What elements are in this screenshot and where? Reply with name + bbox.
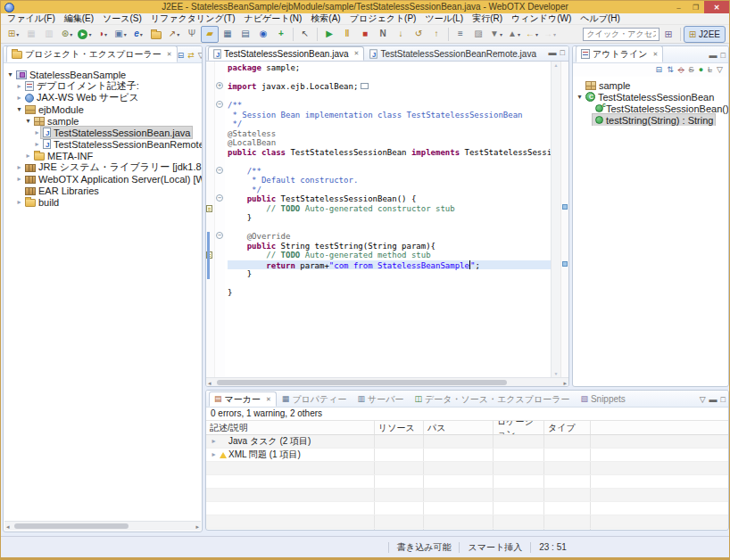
step-return-button[interactable]: ↑	[427, 26, 445, 43]
view-menu-icon[interactable]: ▽	[700, 396, 706, 404]
column-header[interactable]: 記述/説明	[206, 421, 375, 434]
previous-annotation-button[interactable]: ▲▾	[505, 26, 523, 43]
restore-window-button[interactable]: ❐	[687, 1, 704, 13]
code-line[interactable]: /**	[228, 101, 551, 111]
minimize-window-button[interactable]: –	[670, 1, 687, 13]
menu-item[interactable]: プロジェクト(P)	[345, 12, 421, 25]
table-view-button[interactable]: ▦	[219, 26, 236, 43]
tree-expand-icon[interactable]: ▸	[210, 451, 218, 458]
scroll-right-icon[interactable]: ▸	[195, 523, 199, 531]
explorer-horizontal-scrollbar[interactable]: ◂ ▸	[4, 521, 201, 531]
minimize-icon[interactable]: ▬	[709, 52, 718, 60]
selection-mode-button[interactable]: ↖	[296, 26, 314, 43]
column-header[interactable]: ロケーション	[494, 421, 544, 434]
code-line[interactable]: }	[228, 213, 551, 223]
fold-collapse-icon[interactable]: −	[216, 101, 223, 108]
code-line[interactable]	[228, 92, 551, 102]
code-line[interactable]: * Default constructor.	[228, 176, 551, 185]
view-menu-icon[interactable]: ▽	[717, 66, 723, 74]
code-line[interactable]	[228, 73, 551, 83]
terminate-button[interactable]: ■	[356, 26, 374, 43]
menu-item[interactable]: ナビゲート(N)	[240, 12, 307, 25]
scroll-left-icon[interactable]: ◂	[208, 379, 212, 387]
tree-expand-icon[interactable]: ▸	[15, 83, 23, 90]
tree-expand-icon[interactable]: ▸	[15, 95, 23, 102]
tree-collapse-icon[interactable]: ▾	[24, 118, 32, 125]
outline-item[interactable]: sample	[573, 79, 728, 91]
scroll-up-icon[interactable]: ▲	[552, 62, 560, 68]
back-button[interactable]: ←▾	[523, 26, 541, 43]
maximize-icon[interactable]: □	[721, 396, 726, 404]
project-tree-item[interactable]: ▸JAX-WS Web サービス	[4, 92, 202, 103]
outline-item[interactable]: ▾TestStatelessSessionBean	[573, 91, 728, 103]
view-tab-markers[interactable]: ▤マーカー✕	[209, 391, 277, 407]
scrollbar-thumb[interactable]	[217, 380, 507, 385]
code-line[interactable]: */	[228, 119, 551, 129]
tree-expand-icon[interactable]: ▸	[33, 129, 41, 136]
project-explorer-tab[interactable]: プロジェクト・エクスプローラー ✕	[6, 45, 178, 62]
column-header[interactable]: タイプ	[544, 421, 591, 434]
scroll-left-icon[interactable]: ◂	[6, 523, 10, 531]
ordered-view-button[interactable]: ▤	[236, 26, 254, 43]
code-line[interactable]: }	[228, 269, 551, 279]
editor-horizontal-scrollbar[interactable]: ◂ ▸	[206, 377, 568, 387]
code-line[interactable]: public TestStatelessSessionBean() {	[228, 194, 551, 204]
suspend-button[interactable]: ‖	[338, 26, 356, 43]
code-line[interactable]: package sample;	[228, 63, 551, 73]
hide-static-members-icon[interactable]: S	[689, 66, 694, 74]
add-element-button[interactable]: +	[272, 26, 290, 43]
code-line[interactable]: @LocalBean	[228, 138, 551, 148]
code-line[interactable]: */	[228, 185, 551, 195]
view-tab-datasource[interactable]: ◫データ・ソース・エクスプローラー	[410, 391, 576, 407]
close-icon[interactable]: ✕	[354, 50, 360, 57]
resume-button[interactable]: ▶	[320, 26, 338, 43]
menu-item[interactable]: ファイル(F)	[3, 12, 60, 25]
globe-button[interactable]: ◉	[254, 26, 272, 43]
tree-collapse-icon[interactable]: ▾	[6, 71, 14, 78]
sort-icon[interactable]: ⇅	[667, 66, 674, 74]
code-line[interactable]: @Stateless	[228, 129, 551, 139]
deploy-button[interactable]: ▣▾	[112, 26, 129, 43]
profile-button[interactable]: ◑▾	[94, 26, 112, 43]
code-area[interactable]: package sample;import javax.ejb.LocalBea…	[225, 62, 551, 377]
menu-item[interactable]: ツール(L)	[420, 12, 468, 25]
code-line[interactable]: public class TestStatelessSessionBean im…	[228, 148, 551, 158]
outline-item[interactable]: TestStatelessSessionBean()	[573, 103, 728, 114]
project-tree-item[interactable]: ▸JRE システム・ライブラリー [jdk1.8.0_131]	[4, 161, 202, 173]
view-tab-properties[interactable]: ▦プロパティー	[277, 391, 353, 407]
antenna-button[interactable]: Ψ	[183, 26, 201, 43]
j2ee-perspective-button[interactable]: ⊞ J2EE	[684, 26, 726, 43]
code-line[interactable]: public String testString(String param){	[228, 242, 551, 251]
tree-expand-icon[interactable]: ▸	[15, 164, 23, 171]
disconnect-button[interactable]: N	[374, 26, 392, 43]
code-line[interactable]: // TODO Auto-generated method stub	[228, 251, 551, 260]
code-line[interactable]: * Session Bean implementation class Test…	[228, 111, 551, 120]
hide-fields-icon[interactable]: ◇	[678, 66, 684, 74]
close-icon[interactable]: ✕	[167, 51, 172, 58]
project-tree-item[interactable]: ▸WebOTX Application Server(Local) [WebOT…	[4, 173, 202, 185]
step-over-button[interactable]: ↺	[410, 26, 427, 43]
maximize-icon[interactable]: □	[721, 52, 726, 60]
menu-item[interactable]: 実行(R)	[468, 12, 507, 25]
menu-item[interactable]: リファクタリング(T)	[146, 12, 240, 25]
editor-tab[interactable]: TestStatelessSessionBean.java✕	[208, 46, 364, 61]
hide-local-types-icon[interactable]: L	[708, 66, 712, 74]
project-tree-item[interactable]: ▸build	[4, 196, 202, 208]
editor-tab[interactable]: TestStatelessSessionBeanRemote.java	[364, 46, 542, 61]
code-line[interactable]: import javax.ejb.LocalBean;	[228, 82, 551, 92]
minimize-icon[interactable]: ▬	[549, 49, 557, 57]
project-tree-item[interactable]: EAR Libraries	[4, 185, 202, 196]
highlighter-button[interactable]: ▰	[201, 26, 219, 43]
task-overview-marker[interactable]	[562, 261, 568, 267]
marker-row[interactable]: ▸Java タスク (2 項目)	[206, 435, 728, 449]
view-tab-servers[interactable]: ▥サーバー	[353, 391, 410, 407]
menu-item[interactable]: ヘルプ(H)	[576, 12, 625, 25]
scrollbar-thumb[interactable]	[14, 523, 129, 529]
next-annotation-button[interactable]: ▼▾	[487, 26, 505, 43]
menu-item[interactable]: ソース(S)	[98, 12, 146, 25]
project-tree-item[interactable]: ▾sample	[4, 115, 202, 127]
fold-expand-icon[interactable]: +	[216, 82, 223, 89]
run-button[interactable]: ▶▾	[76, 26, 94, 43]
debug-button[interactable]: ⊛▾	[58, 26, 76, 43]
code-line[interactable]	[228, 279, 551, 289]
